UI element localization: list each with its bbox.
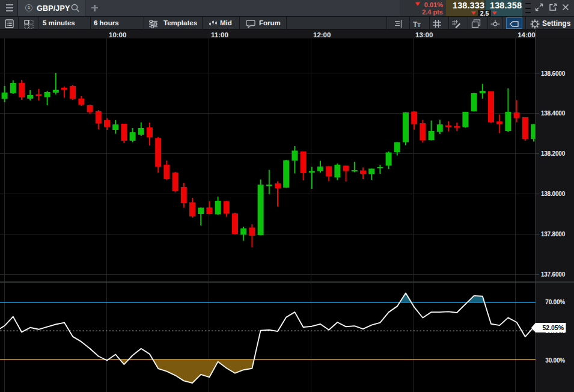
svg-text:12:00: 12:00	[313, 31, 331, 38]
svg-text:138.4000: 138.4000	[541, 110, 566, 117]
svg-text:11:00: 11:00	[211, 31, 228, 38]
svg-text:30.00%: 30.00%	[545, 357, 565, 364]
svg-text:10:00: 10:00	[109, 31, 126, 38]
svg-text:14:00: 14:00	[518, 31, 535, 38]
svg-text:13:00: 13:00	[415, 31, 433, 38]
svg-text:70.00%: 70.00%	[545, 299, 565, 305]
svg-text:138.0000: 138.0000	[541, 191, 566, 197]
svg-text:138.6000: 138.6000	[541, 70, 566, 77]
svg-text:137.6000: 137.6000	[541, 271, 566, 278]
svg-text:137.8000: 137.8000	[541, 231, 566, 237]
svg-text:52.05%: 52.05%	[542, 324, 564, 331]
svg-text:138.2000: 138.2000	[541, 150, 566, 157]
